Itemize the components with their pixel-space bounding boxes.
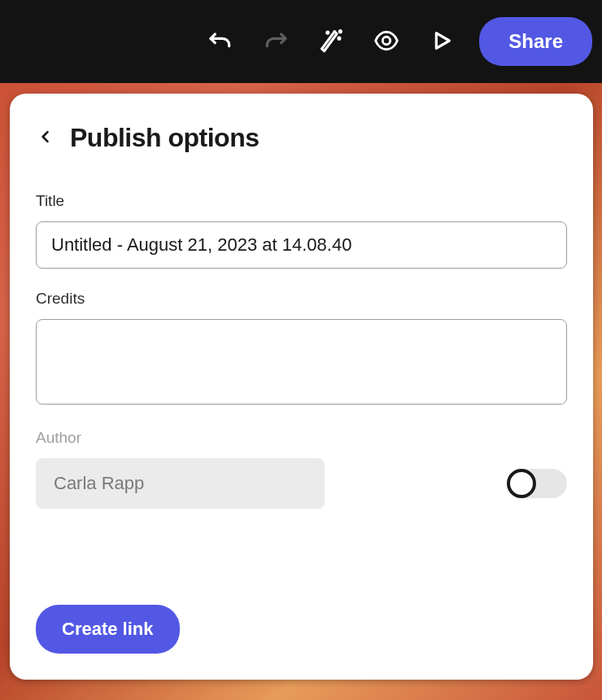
undo-button[interactable] <box>196 17 245 66</box>
panel-header: Publish options <box>36 123 567 153</box>
author-field-group: Author Carla Rapp <box>36 429 567 509</box>
play-button[interactable] <box>417 17 466 66</box>
svg-point-0 <box>338 37 340 39</box>
undo-icon <box>207 28 233 56</box>
back-button[interactable] <box>36 129 55 148</box>
magic-wand-button[interactable] <box>307 17 356 66</box>
play-icon <box>429 28 455 56</box>
chevron-left-icon <box>37 129 54 148</box>
title-input[interactable] <box>36 221 567 269</box>
author-label: Author <box>36 429 567 447</box>
panel-title: Publish options <box>70 123 259 153</box>
author-row: Carla Rapp <box>36 458 567 509</box>
share-button[interactable]: Share <box>479 17 592 66</box>
publish-options-panel: Publish options Title Credits Author Car… <box>10 94 593 680</box>
svg-point-1 <box>327 32 329 33</box>
top-toolbar: Share <box>0 0 602 83</box>
redo-button[interactable] <box>251 17 300 66</box>
toggle-knob <box>507 469 536 498</box>
svg-point-3 <box>383 37 390 44</box>
svg-point-2 <box>340 30 342 32</box>
author-toggle[interactable] <box>507 469 567 498</box>
title-field-group: Title <box>36 192 567 269</box>
credits-input[interactable] <box>36 319 567 405</box>
title-label: Title <box>36 192 567 210</box>
create-link-button[interactable]: Create link <box>36 605 180 654</box>
magic-wand-icon <box>317 27 345 57</box>
preview-button[interactable] <box>362 17 411 66</box>
credits-field-group: Credits <box>36 290 567 408</box>
redo-icon <box>263 28 289 56</box>
credits-label: Credits <box>36 290 567 308</box>
eye-icon <box>373 28 399 56</box>
author-name-badge: Carla Rapp <box>36 458 325 509</box>
